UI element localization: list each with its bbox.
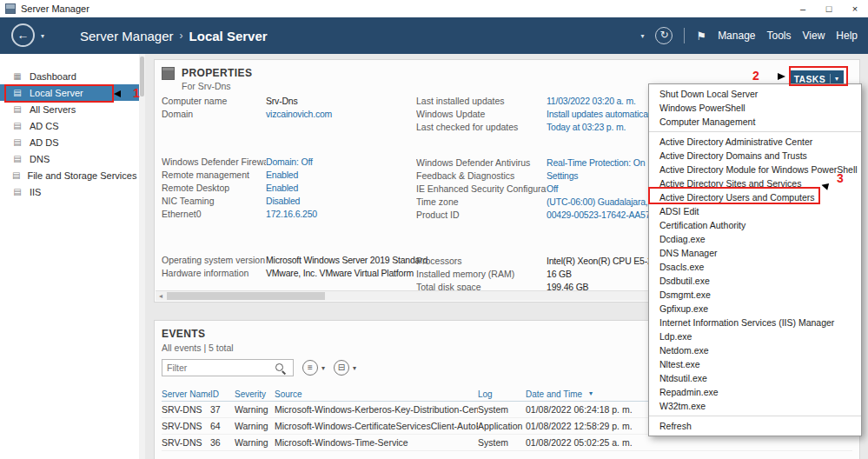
tasks-menu-item[interactable]: Shut Down Local Server (649, 87, 861, 101)
breadcrumb-root[interactable]: Server Manager (80, 29, 174, 43)
sidebar-item[interactable]: ▤ DNS (0, 150, 145, 167)
tasks-menu-item[interactable]: Repadmin.exe (649, 385, 861, 399)
sidebar-item[interactable]: ▤ All Servers (0, 101, 145, 117)
sidebar-item[interactable]: ▤ File and Storage Services ▸ (0, 167, 145, 183)
tasks-menu-item[interactable]: Dsacls.exe (649, 260, 861, 274)
property-value[interactable]: Today at 03:23 p. m. (547, 121, 626, 134)
property-value[interactable]: Enabled (266, 182, 298, 195)
property-value[interactable]: Microsoft Windows Server 2019 Standard (266, 254, 427, 267)
property-value[interactable]: vizcainovich.com (266, 108, 332, 121)
event-source: Microsoft-Windows-Kerberos-Key-Distribut… (275, 404, 478, 415)
tasks-menu-item[interactable]: Nltest.exe (649, 357, 861, 371)
column-header[interactable]: Source (275, 389, 478, 399)
navbar-divider (684, 28, 685, 43)
tasks-menu-item-label: Active Directory Administrative Center (659, 136, 812, 147)
event-severity: Warning (235, 404, 275, 415)
window-controls: – □ × (790, 0, 868, 17)
menu-tools[interactable]: Tools (767, 30, 792, 42)
property-row: Ethernet0 172.16.6.250 (162, 208, 415, 221)
menu-help[interactable]: Help (836, 30, 858, 42)
sidebar-scrollbar[interactable] (139, 54, 145, 459)
menu-manage[interactable]: Manage (718, 30, 755, 42)
property-value[interactable]: Disabled (266, 195, 300, 208)
tasks-menu-item-label: Windows PowerShell (659, 103, 745, 113)
event-row[interactable]: SRV-DNS 36 Warning Microsoft-Windows-Tim… (162, 435, 852, 451)
tasks-menu-item[interactable]: Computer Management (649, 115, 861, 129)
column-header[interactable]: Log (478, 389, 526, 399)
property-value[interactable]: 16 GB (547, 268, 572, 281)
tasks-menu-item[interactable]: ADSI Edit (649, 204, 861, 218)
column-header[interactable]: ID (210, 389, 235, 399)
property-value[interactable]: Domain: Off (266, 156, 313, 169)
tasks-menu-item[interactable]: Active Directory Sites and Services (649, 176, 861, 190)
tasks-menu-item[interactable]: Certification Authority (649, 218, 861, 232)
sidebar-scrollbar-thumb[interactable] (140, 57, 144, 96)
save-icon: ⊟ (334, 360, 349, 376)
sidebar: ▦ Dashboard ▤ Local Server ▤ All Servers… (0, 54, 145, 459)
tasks-menu-item[interactable]: Active Directory Users and Computers (649, 190, 861, 204)
notifications-flag-icon[interactable]: ⚑ (696, 30, 706, 43)
sidebar-item[interactable]: ▤ Local Server (0, 84, 145, 101)
property-label: Operating system version (162, 254, 266, 267)
horizontal-scrollbar-thumb[interactable] (167, 292, 325, 300)
sidebar-item-label: IIS (30, 187, 41, 197)
tasks-menu-item[interactable]: DNS Manager (649, 246, 861, 260)
property-value[interactable]: Enabled (266, 169, 298, 182)
tasks-menu-item[interactable]: W32tm.exe (649, 399, 861, 413)
tasks-menu-item-label: Active Directory Sites and Services (659, 178, 801, 189)
minimize-button[interactable]: – (790, 0, 816, 17)
sidebar-item[interactable]: ▤ IIS (0, 183, 145, 200)
tasks-menu-item[interactable]: Dcdiag.exe (649, 232, 861, 246)
event-log: System (478, 404, 526, 415)
server-manager-window: Server Manager – □ × ← ▾ Server Manager … (0, 0, 868, 459)
property-label: Windows Defender Firewall (162, 156, 266, 169)
tasks-menu-item[interactable]: Refresh (649, 416, 861, 433)
property-value[interactable]: 172.16.6.250 (266, 208, 317, 221)
tasks-menu-item[interactable]: Dsmgmt.exe (649, 288, 861, 302)
tasks-menu-item[interactable]: Active Directory Administrative Center (649, 131, 861, 149)
sidebar-item[interactable]: ▤ AD CS (0, 117, 145, 134)
sidebar-item-label: DNS (30, 154, 50, 164)
nav-chevron-icon[interactable]: ▾ (640, 32, 644, 40)
menu-view[interactable]: View (803, 30, 825, 42)
tasks-menu-item[interactable]: Ldp.exe (649, 329, 861, 343)
property-label: IE Enhanced Security Configuration (416, 183, 547, 196)
tasks-menu-item[interactable]: Netdom.exe (649, 343, 861, 357)
back-button[interactable]: ← (11, 23, 35, 47)
tasks-menu-item[interactable]: Windows PowerShell (649, 101, 861, 115)
history-chevron-icon[interactable]: ▾ (41, 32, 44, 40)
property-row: Windows Defender Firewall Domain: Off (162, 156, 415, 169)
property-value[interactable]: Real-Time Protection: On (547, 156, 645, 170)
sidebar-item[interactable]: ▦ Dashboard (0, 68, 145, 84)
column-header[interactable]: Severity (235, 389, 275, 399)
tasks-menu-item[interactable]: Dsdbutil.exe (649, 274, 861, 288)
property-value[interactable]: Settings (547, 170, 578, 183)
tasks-menu-item[interactable]: Active Directory Module for Windows Powe… (649, 163, 861, 176)
tasks-menu-item-label: Ntdsutil.exe (659, 373, 707, 383)
query-list-button[interactable]: ≡ ▾ (302, 360, 325, 376)
properties-icon (162, 67, 175, 80)
property-value[interactable]: VMware, Inc. VMware Virtual Platform (266, 267, 414, 280)
close-button[interactable]: × (842, 0, 868, 17)
tasks-menu-item[interactable]: Internet Information Services (IIS) Mana… (649, 316, 861, 329)
sort-icon[interactable]: ▾ (589, 389, 593, 397)
filter-input[interactable] (162, 361, 274, 375)
event-server-name: SRV-DNS (162, 421, 210, 431)
tasks-menu-item-label: ADSI Edit (659, 206, 699, 216)
property-value[interactable]: Srv-Dns (266, 95, 298, 108)
tasks-menu-item[interactable]: Active Directory Domains and Trusts (649, 149, 861, 163)
save-query-button[interactable]: ⊟ ▾ (334, 360, 356, 376)
maximize-button[interactable]: □ (816, 0, 842, 17)
refresh-icon[interactable]: ↻ (655, 27, 673, 44)
sidebar-item[interactable]: ▤ AD DS (0, 134, 145, 150)
column-header[interactable]: Server Name (162, 389, 210, 399)
tasks-menu-item[interactable]: Gpfixup.exe (649, 302, 861, 316)
chevron-down-icon: ▾ (321, 364, 325, 372)
property-value[interactable]: 11/03/2022 03:20 a. m. (547, 95, 636, 108)
scroll-left-icon[interactable]: ◂ (156, 291, 166, 301)
tasks-menu-item-label: Computer Management (659, 116, 755, 127)
property-label: Product ID (416, 209, 547, 222)
tasks-button-divider (830, 74, 831, 83)
tasks-menu-item[interactable]: Ntdsutil.exe (649, 371, 861, 385)
property-value[interactable]: Off (547, 183, 558, 196)
